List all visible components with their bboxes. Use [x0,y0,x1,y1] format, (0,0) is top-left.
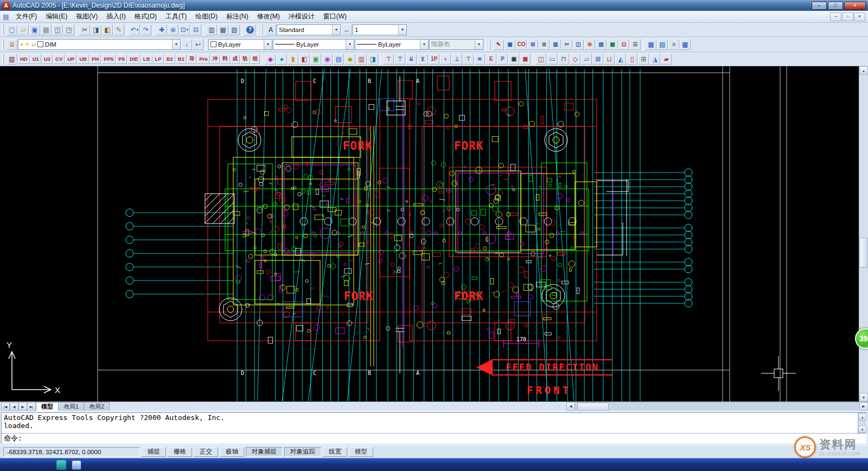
dropdown-arrow-icon[interactable]: ▼ [346,40,354,49]
punch-tool-icon-11[interactable]: P [497,54,508,65]
punch-tool-icon-10[interactable]: E [486,54,496,65]
die-extra-icon-7[interactable]: ⊔ [604,54,615,65]
die-tool-icon-10[interactable]: ◨ [367,54,378,65]
open-icon[interactable]: ▱ [18,24,29,35]
windows-taskbar[interactable] [0,458,868,471]
zoom-previous-icon[interactable]: ⊟ [190,24,201,35]
custom-tool-icon-4[interactable]: ⊞ [527,39,538,50]
menu-item[interactable]: 修改(M) [253,11,284,22]
mdi-restore-button[interactable]: ▫ [842,12,853,21]
die-layer-button[interactable]: B1 [176,54,187,64]
table-tool-icon-4[interactable]: ▩ [680,39,691,50]
cut-icon[interactable]: ✂ [79,24,90,35]
die-layer-button[interactable]: 轨 [240,54,250,64]
menu-item[interactable]: 标注(N) [222,11,253,22]
menu-item[interactable]: 工具(T) [161,11,191,22]
drawing-canvas[interactable]: DDCCBBAA FORK FORK FORK FORK 170 FEED DI… [0,66,859,402]
menu-item[interactable]: 冲模设计 [284,11,319,22]
layer-lock-icon[interactable]: ⊔ [31,42,36,47]
horizontal-scroll-thumb[interactable] [577,403,609,411]
die-layer-button[interactable]: 成 [231,54,240,64]
linetype-control-dropdown[interactable]: ByLayer ▼ [273,39,354,50]
undo-icon[interactable]: ↶▾ [129,24,140,35]
die-extra-icon-5[interactable]: ▱ [581,54,592,65]
punch-tool-icon-5[interactable]: 1P [429,54,439,65]
punch-tool-icon-6[interactable]: ◗ [440,54,451,65]
punch-tool-icon-9[interactable]: ≋ [474,54,485,65]
publish-icon[interactable]: ◳ [63,24,74,35]
next-tab-button[interactable]: ▶ [18,403,27,411]
close-button[interactable]: × [844,2,866,10]
drawing-horizontal-scrollbar[interactable]: ◀ ▶ [566,402,868,411]
die-tool-icon-5[interactable]: ▣ [310,54,321,65]
punch-tool-icon-13[interactable]: ▩ [520,54,531,65]
designcenter-icon[interactable]: ▦ [218,24,228,35]
layer-freeze-icon[interactable]: ☀ [25,42,30,47]
menu-item[interactable]: 绘图(D) [191,11,222,22]
match-properties-icon[interactable]: ✎ [113,24,124,35]
menu-item[interactable]: 格式(O) [130,11,161,22]
scroll-left-button[interactable]: ◀ [566,402,575,411]
die-extra-icon-10[interactable]: ⊞ [638,54,649,65]
taskbar-app-icon[interactable] [56,460,66,470]
command-scrollbar[interactable]: ▲ ▼ [858,413,866,433]
die-tool-icon-4[interactable]: ◧ [299,54,310,65]
menu-item[interactable]: 编辑(E) [41,11,72,22]
die-layer-button[interactable]: P5 [116,54,127,64]
toolbar-grip[interactable] [2,40,4,49]
die-tool-icon-2[interactable]: ● [276,54,287,65]
snap-toggle[interactable]: 捕捉 [142,447,166,457]
custom-tool-icon-5[interactable]: ≣ [539,39,550,50]
table-tool-icon-2[interactable]: ▤ [657,39,668,50]
dropdown-caret-icon[interactable]: ▾ [187,28,189,32]
layer-previous-button[interactable]: ↩ [193,39,203,50]
custom-tool-icon-8[interactable]: ◫ [573,39,584,50]
horizontal-scroll-track[interactable] [575,402,859,411]
custom-tool-icon-6[interactable]: ▥ [550,39,561,50]
punch-tool-icon-2[interactable]: ⊤ [394,54,405,65]
color-control-dropdown[interactable]: ByLayer ▼ [208,39,272,50]
die-layer-button[interactable]: DIE [127,54,141,64]
die-extra-icon-3[interactable]: ⊓ [558,54,569,65]
layer-control-dropdown[interactable]: ● ☀ ⊔ DIM ▼ [18,39,181,50]
die-extra-icon-12[interactable]: ▰ [661,54,672,65]
osnap-toggle[interactable]: 对象捕捉 [246,447,283,457]
die-extra-icon-4[interactable]: ◇ [570,54,580,65]
custom-tool-icon-3[interactable]: CO [516,39,527,50]
dropdown-arrow-icon[interactable]: ▼ [332,25,340,35]
text-style-button[interactable]: A [265,24,276,35]
toolbar-grip[interactable] [2,54,4,64]
table-tool-icon-3[interactable]: ≡ [668,39,679,50]
die-layer-button[interactable]: HD [18,54,30,64]
dropdown-arrow-icon[interactable]: ▼ [398,25,406,35]
die-layer-button[interactable]: 导 [187,54,197,64]
dropdown-arrow-icon[interactable]: ▼ [172,40,180,49]
die-extra-icon-9[interactable]: ▯ [627,54,637,65]
custom-tool-icon-12[interactable]: ⊡ [618,39,629,50]
die-layer-button[interactable]: PP5 [101,54,116,64]
die-tool-first-button[interactable]: ▨ [7,54,17,65]
vertical-scroll-thumb[interactable] [859,238,868,268]
save-icon[interactable]: ▣ [29,24,40,35]
minimize-button[interactable]: – [812,2,827,10]
plot-preview-icon[interactable]: ◫ [52,24,63,35]
layer-properties-manager-button[interactable]: ≣ [7,39,17,50]
menu-item[interactable]: 窗口(W) [319,11,351,22]
die-layer-button[interactable]: LP [153,54,164,64]
properties-icon[interactable]: ▥ [206,24,217,35]
menu-item[interactable]: 插入(I) [102,11,130,22]
punch-tool-icon-12[interactable]: ▣ [508,54,519,65]
die-layer-button[interactable]: LB [141,54,152,64]
layer-on-icon[interactable]: ● [20,42,23,47]
help-button[interactable]: ? [245,24,256,35]
toolbar-grip[interactable] [2,25,4,35]
lineweight-control-dropdown[interactable]: ByLayer ▼ [355,39,429,50]
punch-tool-icon-8[interactable]: ⊤ [463,54,474,65]
die-tool-icon-7[interactable]: ▤ [333,54,344,65]
custom-tool-icon-10[interactable]: ▧ [596,39,607,50]
die-layer-button[interactable]: Pre [197,54,209,64]
table-tool-icon-1[interactable]: ▦ [646,39,656,50]
pan-icon[interactable]: ✚ [156,24,167,35]
grid-toggle[interactable]: 栅格 [168,447,192,457]
last-tab-button[interactable]: ▶| [27,403,36,411]
